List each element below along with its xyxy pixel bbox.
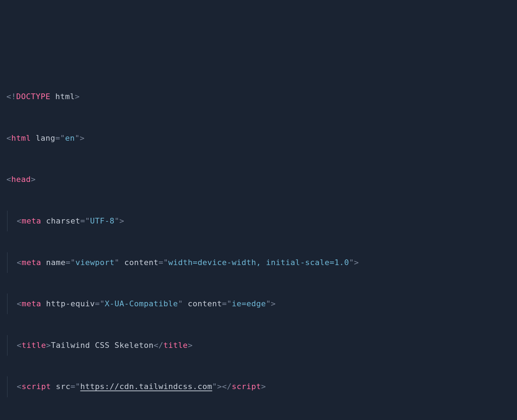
- bracket: <: [6, 175, 11, 184]
- bracket: </: [222, 382, 232, 391]
- attr-src: src: [51, 382, 70, 391]
- code-line-6: <meta http-equiv="X-UA-Compatible" conte…: [6, 294, 511, 314]
- attr-value-ieedge: ie=edge: [232, 299, 266, 308]
- quote: ": [212, 382, 217, 391]
- bracket: >: [261, 382, 266, 391]
- code-line-3: <head>: [6, 169, 511, 190]
- bracket: </: [154, 341, 164, 350]
- code-line-9: </head>: [6, 418, 511, 420]
- tag-html: html: [11, 134, 31, 142]
- attr-value-utf8: UTF-8: [90, 216, 114, 225]
- bracket: >: [75, 92, 80, 101]
- quote: ": [85, 216, 90, 225]
- bracket: <: [17, 299, 22, 308]
- quote: ": [178, 299, 183, 308]
- attr-value-cdn-link[interactable]: https://cdn.tailwindcss.com: [80, 382, 212, 391]
- bracket: >: [31, 175, 36, 184]
- tag-meta: meta: [22, 216, 41, 225]
- bracket: <!: [6, 92, 16, 101]
- bracket: >: [46, 341, 51, 350]
- quote: ": [75, 382, 80, 391]
- equals: =: [222, 299, 227, 308]
- quote: ": [163, 258, 168, 267]
- attr-value-xua: X-UA-Compatible: [105, 299, 178, 308]
- equals: =: [80, 216, 85, 225]
- bracket: >: [80, 134, 85, 142]
- code-line-5: <meta name="viewport" content="width=dev…: [6, 252, 511, 273]
- tag-title: title: [22, 341, 46, 350]
- attr-lang: lang: [31, 134, 55, 142]
- quote: ": [349, 258, 354, 267]
- bracket: <: [6, 134, 11, 142]
- equals: =: [70, 382, 75, 391]
- quote: ": [70, 258, 75, 267]
- bracket: >: [354, 258, 359, 267]
- doctype-keyword: DOCTYPE: [16, 92, 50, 101]
- tag-script: script: [22, 382, 51, 391]
- code-line-8: <script src="https://cdn.tailwindcss.com…: [6, 376, 511, 397]
- doctype-value: html: [50, 92, 75, 101]
- code-line-4: <meta charset="UTF-8">: [6, 211, 511, 231]
- bracket: >: [188, 341, 193, 350]
- bracket: >: [119, 216, 124, 225]
- attr-charset: charset: [41, 216, 80, 225]
- attr-content: content: [119, 258, 159, 267]
- quote: ": [75, 134, 80, 142]
- attr-name: name: [41, 258, 66, 267]
- tag-script-close: script: [232, 382, 261, 391]
- quote: ": [114, 216, 119, 225]
- code-editor[interactable]: <!DOCTYPE html> <html lang="en"> <head> …: [6, 86, 511, 420]
- attr-value-en: en: [65, 134, 75, 142]
- tag-head: head: [11, 175, 31, 184]
- attr-content: content: [183, 299, 222, 308]
- bracket: <: [17, 258, 22, 267]
- title-text: Tailwind CSS Skeleton: [51, 341, 154, 350]
- bracket: <: [17, 382, 22, 391]
- bracket: <: [17, 216, 22, 225]
- bracket: >: [271, 299, 276, 308]
- quote: ": [266, 299, 271, 308]
- quote: ": [227, 299, 232, 308]
- bracket: >: [217, 382, 222, 391]
- attr-value-viewport-content: width=device-width, initial-scale=1.0: [168, 258, 349, 267]
- quote: ": [60, 134, 65, 142]
- attr-http-equiv: http-equiv: [41, 299, 95, 308]
- attr-value-viewport: viewport: [75, 258, 114, 267]
- quote: ": [100, 299, 105, 308]
- code-line-2: <html lang="en">: [6, 128, 511, 149]
- quote: ": [114, 258, 119, 267]
- tag-meta: meta: [22, 258, 41, 267]
- tag-meta: meta: [22, 299, 41, 308]
- equals: =: [65, 258, 70, 267]
- code-line-1: <!DOCTYPE html>: [6, 86, 511, 107]
- equals: =: [55, 134, 60, 142]
- equals: =: [159, 258, 164, 267]
- equals: =: [95, 299, 100, 308]
- tag-title-close: title: [163, 341, 188, 350]
- code-line-7: <title>Tailwind CSS Skeleton</title>: [6, 335, 511, 356]
- bracket: <: [17, 341, 22, 350]
